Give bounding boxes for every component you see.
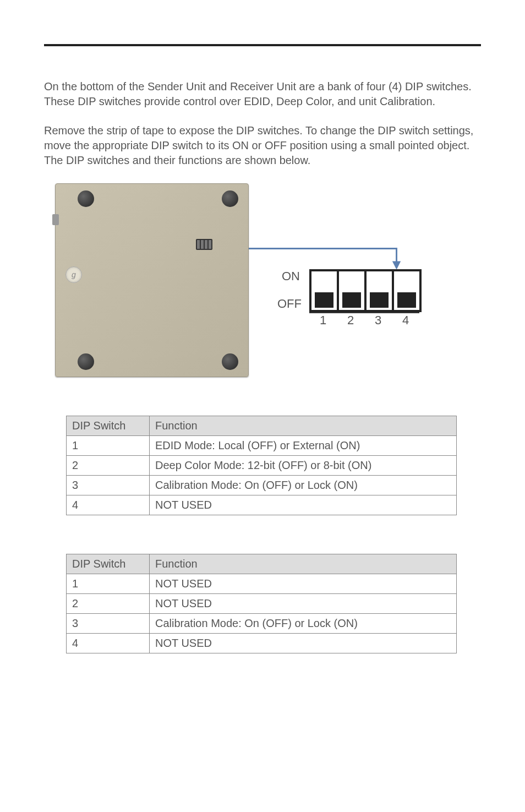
cell-sw: 3	[67, 614, 150, 634]
logo-badge: g	[65, 266, 82, 283]
table-row: 1 EDID Mode: Local (OFF) or External (ON…	[67, 436, 457, 456]
header-dip-switch: DIP Switch	[67, 554, 150, 574]
dip-knob	[397, 292, 416, 308]
table-header-row: DIP Switch Function	[67, 416, 457, 436]
dip-number: 1	[309, 312, 337, 328]
table-row: 3 Calibration Mode: On (OFF) or Lock (ON…	[67, 614, 457, 634]
dip-number: 2	[337, 312, 364, 328]
header-rule	[44, 44, 481, 46]
dip-slot-1	[311, 271, 339, 310]
cell-sw: 2	[67, 456, 150, 476]
cell-sw: 1	[67, 436, 150, 456]
cell-fn: EDID Mode: Local (OFF) or External (ON)	[150, 436, 457, 456]
table-header-row: DIP Switch Function	[67, 554, 457, 574]
page: On the bottom of the Sender Unit and Rec…	[0, 0, 525, 812]
table-row: 3 Calibration Mode: On (OFF) or Lock (ON…	[67, 476, 457, 495]
cell-fn: NOT USED	[150, 495, 457, 515]
dip-knob	[315, 292, 333, 308]
table-row: 4 NOT USED	[67, 495, 457, 515]
table-row: 1 NOT USED	[67, 574, 457, 594]
table-row: 2 Deep Color Mode: 12-bit (OFF) or 8-bit…	[67, 456, 457, 476]
header-function: Function	[150, 416, 457, 436]
dip-switch-on-unit-icon	[196, 239, 212, 250]
cell-sw: 4	[67, 634, 150, 653]
table-row: 4 NOT USED	[67, 634, 457, 653]
dip-slot-3	[367, 271, 394, 310]
callout-area: ON OFF 1 2 3 4	[249, 187, 481, 374]
screw-icon	[78, 353, 94, 370]
cell-fn: NOT USED	[150, 634, 457, 653]
cell-sw: 1	[67, 574, 150, 594]
screw-icon	[222, 190, 238, 207]
svg-marker-0	[392, 261, 401, 269]
dip-knob	[370, 292, 389, 308]
cell-fn: Deep Color Mode: 12-bit (OFF) or 8-bit (…	[150, 456, 457, 476]
dip-slot-4	[394, 271, 419, 310]
dip-numbers-row: 1 2 3 4	[309, 312, 422, 328]
dip-knob	[342, 292, 361, 308]
figure-row: g ON OFF 1 2	[55, 183, 481, 377]
dip-number: 4	[392, 312, 419, 328]
cell-sw: 4	[67, 495, 150, 515]
cell-fn: NOT USED	[150, 594, 457, 614]
table-row: 2 NOT USED	[67, 594, 457, 614]
dip-switch-diagram: 1 2 3 4	[309, 269, 422, 328]
screw-icon	[222, 353, 238, 370]
cell-fn: Calibration Mode: On (OFF) or Lock (ON)	[150, 614, 457, 634]
side-ridge	[52, 214, 59, 225]
dip-on-label: ON	[282, 269, 300, 284]
dip-slot-2	[339, 271, 367, 310]
cell-sw: 3	[67, 476, 150, 495]
dip-table-1: DIP Switch Function 1 EDID Mode: Local (…	[66, 416, 457, 515]
cell-fn: NOT USED	[150, 574, 457, 594]
device-unit-illustration: g	[55, 183, 249, 377]
cell-sw: 2	[67, 594, 150, 614]
intro-paragraph-1: On the bottom of the Sender Unit and Rec…	[44, 79, 481, 109]
dip-number: 3	[364, 312, 392, 328]
dip-table-2: DIP Switch Function 1 NOT USED 2 NOT USE…	[66, 554, 457, 653]
dip-off-label: OFF	[277, 297, 302, 311]
screw-icon	[78, 190, 94, 207]
header-function: Function	[150, 554, 457, 574]
intro-paragraph-2: Remove the strip of tape to expose the D…	[44, 123, 481, 168]
header-dip-switch: DIP Switch	[67, 416, 150, 436]
dip-switch-box	[309, 269, 422, 312]
cell-fn: Calibration Mode: On (OFF) or Lock (ON)	[150, 476, 457, 495]
